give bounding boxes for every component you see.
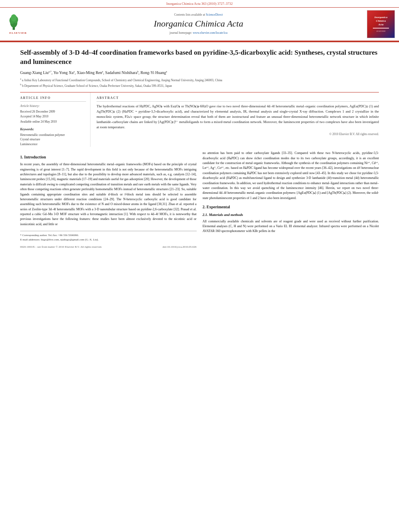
sciencedirect-link[interactable]: ScienceDirect [206,13,223,16]
keywords-label: Keywords: [20,127,86,131]
keyword-2: Crystal structure [20,138,86,142]
logo-box-sub: ELSEVIER [376,30,385,33]
keyword-1: Heterometallic coordination polymer [20,133,86,138]
author-guang: Guang-Xiang Liu [20,70,49,75]
logo-box-line3: Acta [378,23,383,26]
abstract-col: ABSTRACT The hydrothermal reactions of H… [97,92,379,147]
author-rongyi: Rong-Yi Huang [140,70,166,75]
author-sadafumi: Sadafumi Nishihara [105,70,137,75]
affiliations: a a Anhui Key Laboratory of Functional C… [20,77,379,88]
copyright-line: © 2010 Elsevier B.V. All rights reserved… [97,132,379,137]
journal-header: ELSEVIER Contents lists available at Sci… [0,7,399,41]
footnote-email: E-mail addresses: liugx@live.com, njuliu… [20,238,197,242]
article-history-label: Article history: [20,104,86,108]
sciencedirect-line: Contents lists available at ScienceDirec… [36,13,361,17]
journal-title-block: Contents lists available at ScienceDirec… [36,13,361,35]
body-col-left: 1. Introduction In recent years, the ass… [20,151,197,249]
section1-para1: In recent years, the assembly of three-d… [20,162,197,227]
journal-name: Inorganica Chimica Acta [36,18,361,30]
section1-right-para1: no attention has been paid to other carb… [203,151,379,201]
accepted-date: Accepted 14 May 2010 [20,115,86,119]
article-info-col: ARTICLE INFO Article history: Received 2… [20,92,90,147]
logo-box-line1: Inorganica [374,16,387,19]
logo-box-line2: Chimica [376,19,386,23]
abstract-label: ABSTRACT [97,96,379,102]
elsevier-label: ELSEVIER [9,31,27,35]
author-xiaoming: Xiao-Ming Ren [77,70,102,75]
author-yuyong: Yu-Yong Xu [53,70,74,75]
issn-line: 0020-1693/$ – see front matter © 2010 El… [20,245,102,249]
info-abstract-columns: ARTICLE INFO Article history: Received 2… [20,92,379,147]
journal-logo-box: Inorganica Chimica Acta ELSEVIER [367,10,395,38]
elsevier-logo: ELSEVIER [4,12,32,35]
journal-reference-bar: Inorganica Chimica Acta 363 (2010) 3727–… [0,0,399,7]
sup-a3: a [166,70,167,73]
main-content: Self-assembly of 3-D 4d–4f coordination … [0,42,399,253]
journal-logo-right: Inorganica Chimica Acta ELSEVIER [365,10,395,38]
elsevier-tree-icon [8,12,28,31]
bottom-bar: 0020-1693/$ – see front matter © 2010 El… [20,245,197,249]
section1-heading: 1. Introduction [20,154,197,160]
footnote-area: * Corresponding author. Tel./fax: +86 55… [20,231,197,242]
received-date: Received 26 December 2009 [20,110,86,114]
section2-heading: 2. Experimental [203,204,379,210]
affil-line-b: b b Department of Physical Science, Grad… [20,83,379,88]
svg-point-4 [11,14,16,22]
available-date: Available online 24 May 2010 [20,120,86,124]
affil-line-a: a a Anhui Key Laboratory of Functional C… [20,77,379,82]
body-col-right: no attention has been paid to other carb… [203,151,379,249]
sup-a1: a [74,70,75,73]
abstract-text: The hydrothermal reactions of H₂PDC, AgN… [97,104,379,130]
footnote-corresponding: * Corresponding author. Tel./fax: +86 55… [20,233,197,238]
section2-sub-heading: 2.1. Materials and methods [203,212,379,218]
doi-line: doi:10.1016/j.ica.2010.05.026 [162,245,196,249]
sup-a-star: a,* [49,70,51,73]
journal-homepage: journal homepage: www.elsevier.com/locat… [36,31,361,35]
homepage-url[interactable]: www.elsevier.com/locate/ica [193,31,227,35]
article-info-label: ARTICLE INFO [20,96,86,102]
journal-reference: Inorganica Chimica Acta 363 (2010) 3727–… [167,2,233,6]
article-title: Self-assembly of 3-D 4d–4f coordination … [20,48,379,67]
keyword-3: Luminescence [20,142,86,147]
authors-line: Guang-Xiang Liua,*, Yu-Yong Xua, Xiao-Mi… [20,70,379,76]
sup-b: b [137,70,138,73]
sup-a2: a [102,70,103,73]
body-content: 1. Introduction In recent years, the ass… [20,151,379,249]
section2-para1: All commercially available chemicals and… [203,219,379,234]
